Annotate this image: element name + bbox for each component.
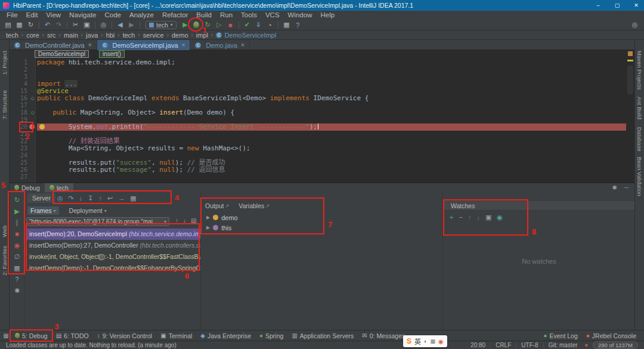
history-icon[interactable]: ◔ <box>265 20 274 30</box>
code-line[interactable]: public class DemoServiceImpl extends Bas… <box>37 95 626 102</box>
breadcrumb-class[interactable]: DemoServiceImpl <box>35 50 89 58</box>
stack-frame-row[interactable]: insertDemo(Demo):27, DemoController (hbi… <box>26 240 200 251</box>
editor-tab[interactable]: CDemo.java× <box>190 40 249 50</box>
gutter-line[interactable]: 19 <box>10 116 36 123</box>
gutter-line[interactable]: 3 <box>10 73 36 81</box>
sogou-logo-icon[interactable]: S <box>407 337 411 345</box>
tab-server[interactable]: Server <box>27 193 55 203</box>
tool-stripe-structure[interactable]: 7: Structure <box>1 90 8 119</box>
window-corner-icon[interactable]: ▦ <box>1 332 11 339</box>
breadcrumb-item[interactable]: service <box>143 32 164 39</box>
menu-refactor[interactable]: Refactor <box>158 11 192 20</box>
gutter-line[interactable]: 16○ <box>10 95 36 102</box>
force-step-into-icon[interactable]: ↧ <box>88 194 93 202</box>
toolwindow-button-spring[interactable]: ●Spring <box>255 331 287 341</box>
code-line[interactable] <box>37 131 626 138</box>
error-stripe[interactable] <box>626 50 634 183</box>
next-frame-icon[interactable]: ↓ <box>183 217 186 224</box>
frames-menu-icon[interactable]: ▤ <box>191 217 196 224</box>
code-area[interactable]: package hbi.tech.service.demo.impl;impor… <box>37 59 626 181</box>
tool-stripe-web[interactable]: Web <box>1 226 8 237</box>
tool-stripe-maven-projects[interactable]: Maven Projects <box>636 51 643 89</box>
code-line[interactable] <box>37 66 626 73</box>
git-branch-indicator[interactable]: Git: master <box>544 342 583 348</box>
ime-skin-icon[interactable]: ◉ <box>438 338 444 345</box>
breadcrumb-item[interactable]: hbi <box>106 32 115 39</box>
variable-row[interactable]: ▶demo <box>202 212 442 223</box>
cut-icon[interactable]: ✂ <box>71 20 80 30</box>
breadcrumb-item[interactable]: DemoServiceImpl <box>224 32 276 39</box>
gutter[interactable]: 12341516○1718○1920221222324252627 <box>10 59 36 181</box>
remove-watch-icon[interactable]: − <box>459 214 462 221</box>
update-icon[interactable]: ⇓ <box>253 20 263 30</box>
tab-frames[interactable]: Frames ▾ <box>27 206 59 215</box>
help-icon[interactable]: ? <box>293 20 302 30</box>
debug-settings-icon[interactable]: ✱ <box>612 184 617 191</box>
find-icon[interactable]: ◎ <box>99 20 109 30</box>
editor-tab[interactable]: CDemoServiceImpl.java× <box>97 40 191 50</box>
pause-icon[interactable]: ∥ <box>16 219 19 226</box>
gutter-line[interactable]: 4 <box>10 81 36 88</box>
run-to-cursor-icon[interactable]: → <box>118 194 125 202</box>
menu-file[interactable]: File <box>2 11 22 20</box>
gutter-line[interactable]: 25 <box>10 159 36 166</box>
settings-icon[interactable]: ✱ <box>14 287 20 294</box>
toolwindow-button-application-servers[interactable]: ▥Application Servers <box>287 331 358 341</box>
resume-icon[interactable]: ▶ <box>14 208 19 215</box>
run-icon[interactable]: ▶ <box>180 20 190 30</box>
toolwindow-button-java-enterprise[interactable]: ◆Java Enterprise <box>196 331 255 341</box>
open-icon[interactable]: ▤ <box>4 20 13 30</box>
sync-icon[interactable]: ↻ <box>26 20 36 30</box>
rerun-icon[interactable]: ↻ <box>14 196 20 203</box>
intention-bulb-icon[interactable] <box>39 124 45 129</box>
gutter-line[interactable]: 15 <box>10 88 36 95</box>
gutter-line[interactable]: 18○ <box>10 109 36 116</box>
tab-output[interactable]: Output ↗ <box>205 202 229 209</box>
editor-tab[interactable]: CDemoController.java× <box>10 40 97 50</box>
menu-vcs[interactable]: VCS <box>261 11 284 20</box>
code-line[interactable]: System.out.println("------------ Service… <box>37 123 626 131</box>
gutter-line[interactable]: 24 <box>10 152 36 159</box>
step-into-icon[interactable]: ↓ <box>79 194 83 202</box>
gutter-line[interactable]: 2 <box>10 66 36 73</box>
breadcrumb-item[interactable]: demo <box>172 32 188 39</box>
help-icon[interactable]: ? <box>15 276 18 283</box>
tool-stripe-database[interactable]: Database <box>636 127 643 152</box>
evaluate-icon[interactable]: ▦ <box>281 20 291 30</box>
stack-frame-row[interactable]: insertDemo(Demo):-1, DemoController$$Enh… <box>26 262 200 274</box>
tool-stripe-ant-build[interactable]: Ant Build <box>636 97 643 119</box>
tool-stripe-favorites[interactable]: 2: Favorites <box>1 246 8 276</box>
gutter-line[interactable]: 202 <box>10 123 36 131</box>
toolwindow-button-version-control[interactable]: ↕9: Version Control <box>93 331 156 341</box>
redo-icon[interactable]: ↷ <box>54 20 64 30</box>
menu-help[interactable]: Help <box>316 11 339 20</box>
back-icon[interactable]: ◀ <box>116 20 125 30</box>
show-execution-point-icon[interactable]: ◎ <box>57 194 63 202</box>
ime-language-indicator[interactable]: 英 <box>414 336 421 346</box>
evaluate-expression-icon[interactable]: ▦ <box>130 194 136 202</box>
toolwindow-button-messages[interactable]: ✉0: Messages <box>358 331 409 341</box>
gutter-line[interactable]: 17 <box>10 102 36 109</box>
gutter-line[interactable]: 26 <box>10 166 36 174</box>
search-everywhere-icon[interactable]: ◎ <box>630 20 640 30</box>
restore-layout-icon[interactable]: ▦ <box>14 264 20 271</box>
close-icon[interactable]: × <box>88 42 92 48</box>
view-breakpoints-icon[interactable]: ◉ <box>14 242 20 249</box>
code-line[interactable]: results.put("message", null); // 返回信息 <box>37 166 626 174</box>
stack-frame-row[interactable]: invoke(int, Object, Object[]):-1, DemoCo… <box>26 251 200 262</box>
variable-row[interactable]: ▶this <box>202 223 442 233</box>
expand-arrow-icon[interactable]: ▶ <box>206 215 210 220</box>
step-out-icon[interactable]: ↑ <box>99 194 103 202</box>
drop-frame-icon[interactable]: ↩ <box>107 194 113 202</box>
expand-arrow-icon[interactable]: ▶ <box>206 225 210 230</box>
save-icon[interactable]: ▦ <box>15 20 24 30</box>
menu-navigate[interactable]: Navigate <box>65 11 100 20</box>
menu-window[interactable]: Window <box>284 11 317 20</box>
gutter-line[interactable]: 27 <box>10 174 36 181</box>
duplicate-watch-icon[interactable]: ▣ <box>485 214 491 221</box>
toolwindow-button-debug[interactable]: 5: Debug 3 <box>11 331 52 341</box>
debug-window-tab[interactable]: Debug <box>10 183 45 192</box>
gutter-line[interactable]: 21 <box>10 131 36 138</box>
gutter-line[interactable]: 23 <box>10 145 36 152</box>
caret-position[interactable]: 20:80 <box>466 342 490 348</box>
